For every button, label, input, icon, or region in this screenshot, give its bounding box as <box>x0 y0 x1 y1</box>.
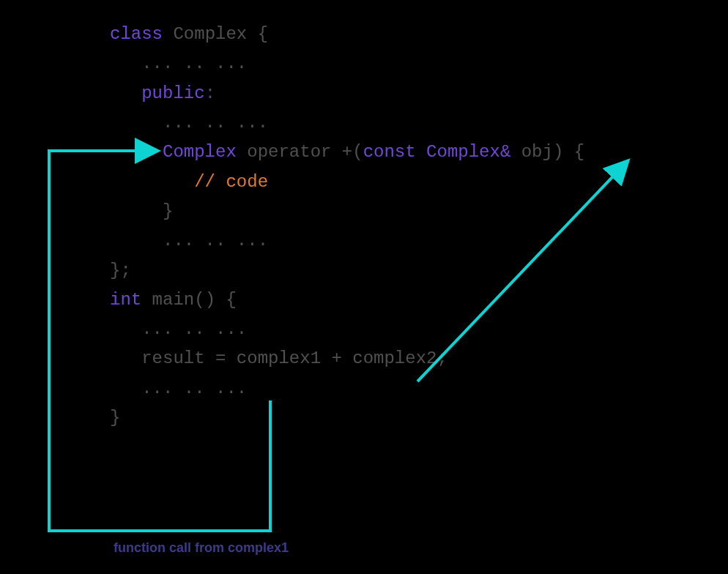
code-line-9: }; <box>110 256 584 286</box>
code-text: main() { <box>141 290 237 310</box>
code-line-3: public: <box>110 79 584 108</box>
keyword-int: int <box>110 290 141 310</box>
code-line-12: ... .. ... <box>110 315 584 344</box>
code-line-2: ... .. ... <box>110 49 584 78</box>
code-line-15: } <box>110 403 584 433</box>
code-text: Complex { <box>163 24 268 44</box>
keyword-public: public <box>110 83 205 103</box>
code-line-4: ... .. ... <box>110 108 584 138</box>
code-line-8: ... .. ... <box>110 226 584 256</box>
keyword-complex: Complex <box>110 142 237 162</box>
code-line-5: Complex operator +(const Complex& obj) { <box>110 138 584 167</box>
keyword-class: class <box>110 24 163 44</box>
code-line-7: } <box>110 197 584 226</box>
code-text: : <box>205 83 215 103</box>
code-line-14: ... .. ... <box>110 374 584 403</box>
code-line-6: // code <box>110 168 584 197</box>
code-line-1: class Complex { <box>110 20 584 49</box>
keyword-const: const <box>363 142 416 162</box>
code-line-11: int main() { <box>110 286 584 315</box>
code-line-13: result = complex1 + complex2; <box>110 344 584 373</box>
code-text: obj) { <box>510 142 584 162</box>
code-text: operator +( <box>237 142 363 162</box>
keyword-complex-ref: Complex& <box>416 142 511 162</box>
caption-text: function call from complex1 <box>114 540 289 556</box>
code-block: class Complex { ... .. ... public: ... .… <box>110 20 584 433</box>
